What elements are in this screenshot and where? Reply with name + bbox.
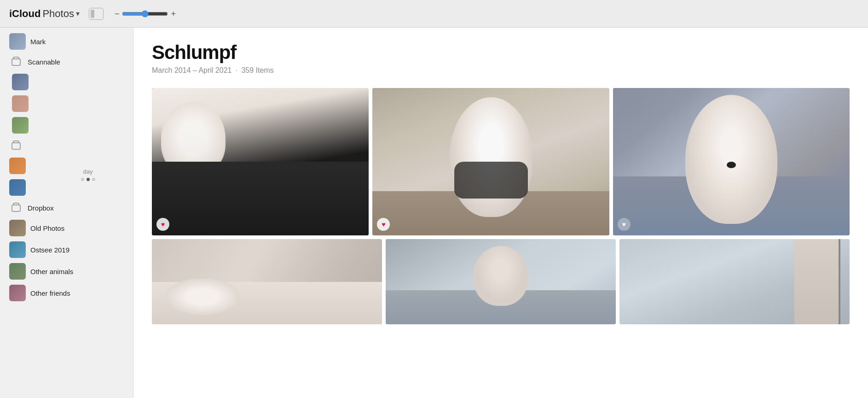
sidebar-label-scannable: Scannable (28, 58, 60, 66)
main-content: Schlumpf March 2014 – April 2021 · 359 I… (133, 28, 868, 398)
sidebar: Mark Scannable (0, 28, 133, 398)
sidebar-thumb-ostsee (9, 241, 26, 258)
sidebar-label-dropbox: Dropbox (28, 204, 54, 212)
sidebar-item-old-photos[interactable]: Old Photos (3, 217, 130, 239)
sidebar-thumb-mark (9, 33, 26, 50)
hover-dots (81, 178, 95, 181)
sidebar-item-other-animals[interactable]: Other animals (3, 261, 130, 282)
stack-icon-dropbox (9, 201, 23, 215)
sidebar-item-other-friends[interactable]: Other friends (3, 282, 130, 304)
app-header: iCloud Photos ▾ − + (0, 0, 868, 28)
photo-dog-harness[interactable]: ♥ (372, 88, 609, 235)
photo-dog-grass[interactable] (386, 239, 616, 324)
hover-dot-2 (87, 178, 90, 181)
sidebar-toggle-icon-left (91, 10, 94, 18)
zoom-controls: − + (115, 10, 176, 18)
zoom-in-button[interactable]: + (171, 10, 176, 18)
stack-icon-scannable (9, 55, 23, 69)
sidebar-thumb-blue (12, 74, 29, 90)
sidebar-thumb-outdoors (12, 117, 29, 134)
svg-rect-2 (12, 205, 20, 211)
album-title: Schlumpf (152, 41, 850, 64)
sidebar-item-ostsee-2019[interactable]: Ostsee 2019 (3, 239, 130, 260)
sidebar-thumb-family (12, 95, 29, 112)
app-name-icloud: iCloud (9, 8, 41, 20)
album-meta: March 2014 – April 2021 · 359 Items (152, 65, 850, 75)
app-title: iCloud Photos ▾ (9, 8, 80, 20)
stack-icon-unnamed (9, 139, 23, 152)
sidebar-thumb-other-animals (9, 263, 26, 280)
album-date-range: March 2014 – April 2021 (152, 66, 231, 75)
sidebar-label-old-photos: Old Photos (30, 224, 64, 232)
photo-row-2 (152, 239, 850, 324)
hover-dot-3 (92, 178, 95, 181)
album-item-count: 359 Items (241, 66, 273, 75)
hover-preview-label: day (83, 168, 93, 175)
heart-button-selfie[interactable]: ♥ (156, 218, 169, 231)
sidebar-toggle-icon-right (96, 10, 102, 18)
svg-rect-1 (12, 143, 20, 149)
app-name-photos: Photos (42, 8, 74, 20)
sidebar-item-dropbox[interactable]: Dropbox (3, 199, 130, 217)
photo-dog-floor[interactable] (152, 239, 382, 324)
svg-rect-0 (12, 59, 20, 65)
app-layout: Mark Scannable (0, 28, 868, 398)
sidebar-thumb-sunglasses (9, 158, 26, 174)
zoom-out-button[interactable]: − (115, 10, 120, 18)
hover-dot-1 (81, 178, 84, 181)
sidebar-item-mark[interactable]: Mark (3, 31, 130, 52)
zoom-slider[interactable] (122, 10, 168, 18)
photo-door[interactable] (619, 239, 850, 324)
photo-row-1: ♥ ♥ (152, 88, 850, 235)
sidebar-thumb-old-photos (9, 220, 26, 236)
sidebar-thumb-group (9, 179, 26, 196)
sidebar-label-other-friends: Other friends (30, 289, 70, 297)
sidebar-label-mark: Mark (30, 38, 46, 46)
sidebar-thumb-other-friends (9, 285, 26, 301)
sidebar-label-other-animals: Other animals (30, 268, 73, 275)
meta-separator: · (235, 65, 237, 75)
photo-selfie[interactable]: ♥ (152, 88, 369, 235)
hover-preview-panel: day (44, 67, 132, 187)
app-title-chevron[interactable]: ▾ (76, 9, 80, 18)
sidebar-label-ostsee-2019: Ostsee 2019 (30, 246, 69, 254)
heart-button-dog-bow[interactable]: ♥ (618, 218, 631, 231)
photo-dog-bow[interactable]: ♥ (613, 88, 850, 235)
sidebar-toggle-button[interactable] (89, 8, 104, 20)
